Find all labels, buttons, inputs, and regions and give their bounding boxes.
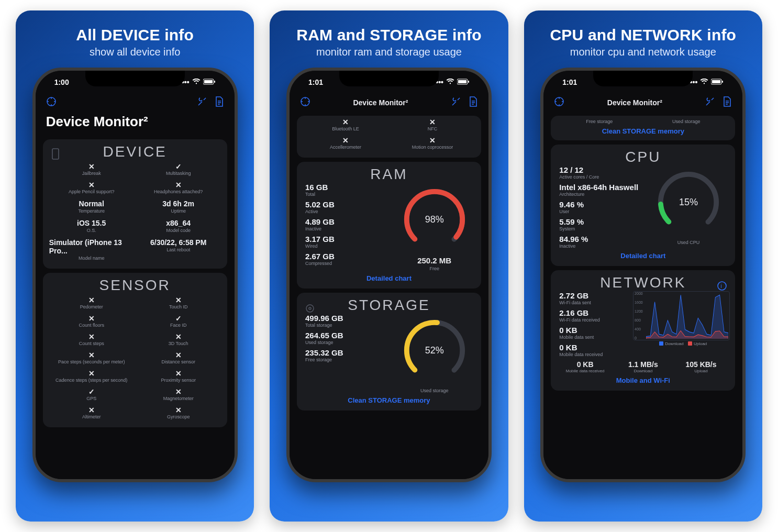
stat-value: 235.32 GB <box>305 348 388 357</box>
info-cell: ✓Face ID <box>135 312 222 330</box>
cross-icon: ✕ <box>88 333 95 340</box>
stat-row: 2.16 GBWi-Fi data received <box>559 308 629 323</box>
label: Model code <box>166 228 191 233</box>
info-cell: iOS 15.5O.S. <box>48 216 135 236</box>
label: Count floors <box>79 323 104 328</box>
stat-value: 2.67 GB <box>305 252 388 261</box>
storage-free-label: Free storage <box>586 119 613 124</box>
card-subtitle: show all device info <box>90 46 180 58</box>
label: Cadence steps (steps per second) <box>55 378 127 383</box>
info-cell: ✕Jailbreak <box>48 160 135 179</box>
chart-legend: Download Upload <box>633 341 730 346</box>
cross-icon: ✕ <box>88 406 95 414</box>
tools-icon[interactable] <box>451 96 461 109</box>
label: Jailbreak <box>82 171 101 176</box>
phone-frame: 1:01 •••• Device Monitor² <box>540 68 746 482</box>
stat-row: 9.46 %User <box>559 200 642 214</box>
stat-row: 84.96 %Inactive <box>559 235 642 249</box>
svg-rect-1 <box>204 80 213 83</box>
stat-row: 499.96 GBTotal storage <box>305 314 388 328</box>
stat-row: 0 KBMobile data sent <box>559 326 629 340</box>
stat-row: 0 KBMobile data received <box>559 343 629 357</box>
battery-icon <box>203 78 216 86</box>
value: x86_64 <box>166 219 191 227</box>
settings-icon[interactable] <box>300 96 310 109</box>
info-cell: ✕3D Touch <box>135 330 222 349</box>
sensor-tail-grid: ✕Bluetooth LE✕NFC✕Accellerometer✕Motion … <box>302 116 476 152</box>
card-header: CPU <box>556 149 730 165</box>
svg-rect-6 <box>458 80 466 83</box>
document-icon[interactable] <box>215 96 224 109</box>
page-title: Device Monitor² <box>41 112 229 135</box>
stat-row: 5.02 GBActive <box>305 200 388 214</box>
network-detail-link[interactable]: Mobile and Wi-Fi <box>556 373 730 385</box>
sensor-card: SENSOR ✕Pedometer✕Touch ID✕Count floors✓… <box>43 273 227 427</box>
stat-row: 4.89 GBInactive <box>305 217 388 231</box>
ram-detail-link[interactable]: Detailed chart <box>302 271 476 283</box>
stat-label: Wired <box>305 243 388 249</box>
label: Touch ID <box>169 304 188 309</box>
label: Proximity sensor <box>161 378 196 383</box>
settings-icon[interactable] <box>554 96 564 109</box>
svg-text:i: i <box>721 283 724 289</box>
cross-icon: ✕ <box>429 137 436 144</box>
storage-clean-link[interactable]: Clean STORAGE memory <box>302 393 476 405</box>
ram-gauge: 98% <box>398 183 471 256</box>
card-title: RAM and STORAGE info <box>296 26 481 44</box>
document-icon[interactable] <box>723 96 732 109</box>
status-time: 1:01 <box>562 78 577 86</box>
label: NFC <box>428 126 438 131</box>
stat-value: 84.96 % <box>559 235 642 243</box>
sensor-tail-card: ✕Bluetooth LE✕NFC✕Accellerometer✕Motion … <box>297 116 481 158</box>
card-header: STORAGE <box>302 297 476 314</box>
ram-card: RAM 16 GBTotal5.02 GBActive4.89 GBInacti… <box>297 162 481 289</box>
svg-point-12 <box>309 307 311 309</box>
storage-used-label: Used storage <box>672 119 701 124</box>
cross-icon: ✕ <box>88 370 95 377</box>
document-icon[interactable] <box>469 96 478 109</box>
battery-icon <box>457 78 470 86</box>
value: 6/30/22, 6:58 PM <box>150 238 206 247</box>
network-card: NETWORK i 2.72 GBWi-Fi data sent2.16 GBW… <box>551 270 735 391</box>
app-title: Device Monitor² <box>353 98 408 107</box>
settings-icon[interactable] <box>46 96 57 109</box>
cross-icon: ✕ <box>175 370 182 377</box>
phone-screen: 1:01 •••• Device Monitor² <box>290 71 488 479</box>
storage-clean-link[interactable]: Clean STORAGE memory <box>556 124 730 136</box>
card-subtitle: monitor cpu and network usage <box>570 46 716 58</box>
cross-icon: ✕ <box>175 351 182 359</box>
cpu-detail-link[interactable]: Detailed chart <box>556 249 730 261</box>
stat-value: 0 KB <box>559 326 629 335</box>
phone-screen: 1:00 •••• <box>36 71 235 479</box>
status-icons: •••• <box>687 78 724 86</box>
svg-rect-16 <box>712 80 720 83</box>
label: Pace steps (seconds per meter) <box>58 359 125 364</box>
cross-icon: ✕ <box>88 351 95 359</box>
tools-icon[interactable] <box>705 96 715 109</box>
phone-icon <box>51 147 60 163</box>
cpu-gauge: 15% <box>652 165 725 239</box>
stat-value: 5.02 GB <box>305 200 388 209</box>
cross-icon: ✕ <box>175 388 182 395</box>
info-cell: ✕Bluetooth LE <box>302 116 389 134</box>
cross-icon: ✕ <box>88 296 95 304</box>
stat-label: Architecture <box>559 192 642 197</box>
check-icon: ✓ <box>175 163 182 170</box>
storage-gauge-wrap: 52% Used storage <box>393 314 476 393</box>
status-time: 1:00 <box>54 78 69 86</box>
svg-rect-17 <box>722 81 723 83</box>
cross-icon: ✕ <box>429 118 436 126</box>
svg-rect-7 <box>468 81 469 83</box>
label: Model name <box>79 256 105 261</box>
stat-label: System <box>559 226 642 231</box>
info-cell: ✓GPS <box>48 385 135 404</box>
info-cell: ✕Count steps <box>48 330 135 349</box>
app-toolbar <box>41 94 229 112</box>
stat-row: Intel x86-64h HaswellArchitecture <box>559 183 642 197</box>
info-cell: 6/30/22, 6:58 PMLast reboot <box>135 236 222 263</box>
info-cell: ✕Altimeter <box>48 404 135 422</box>
label: Multitasking <box>166 171 191 176</box>
tools-icon[interactable] <box>197 96 207 109</box>
info-cell: ✕Cadence steps (steps per second) <box>48 367 135 385</box>
net-metric: 1.1 MB/sDownload <box>614 360 672 373</box>
